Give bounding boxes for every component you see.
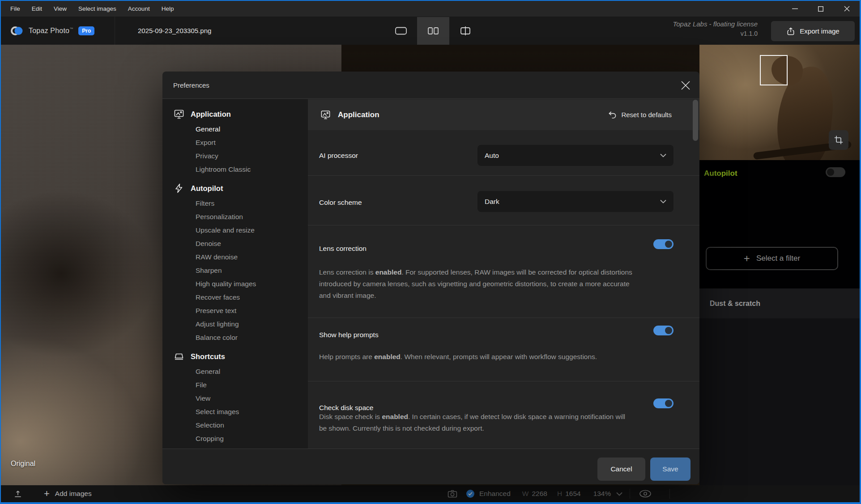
disk-space-toggle[interactable]	[653, 398, 673, 408]
autopilot-toggle[interactable]	[826, 167, 845, 177]
sidebar-item[interactable]: Selection	[162, 419, 308, 432]
dialog-close-button[interactable]	[679, 79, 692, 92]
enhanced-status[interactable]: Enhanced	[479, 490, 511, 498]
export-image-button[interactable]: Export image	[771, 21, 855, 41]
sidebar-item[interactable]: Filters	[162, 197, 308, 210]
menu-item[interactable]: File	[4, 1, 26, 17]
compare-view-icon	[460, 26, 471, 36]
save-button[interactable]: Save	[650, 457, 691, 481]
preferences-dialog: Preferences Application GeneralExportPri…	[162, 72, 699, 484]
reset-to-defaults-button[interactable]: Reset to defaults	[608, 99, 672, 130]
application-icon	[320, 110, 331, 120]
lens-correction-toggle[interactable]	[653, 239, 673, 249]
sidebar-item[interactable]: Cropping	[162, 432, 308, 445]
sidebar-item[interactable]: Preserve text	[162, 304, 308, 318]
window-border	[0, 0, 1, 504]
ai-processor-dropdown[interactable]: Auto	[477, 145, 673, 166]
sidebar-item[interactable]: Upscale and resize	[162, 224, 308, 237]
menu-item[interactable]: Select images	[72, 1, 122, 17]
filter-name: Dust & scratch	[710, 300, 760, 308]
select-filter-button[interactable]: + Select a filter	[706, 247, 838, 270]
navigation-preview[interactable]	[699, 45, 861, 160]
zoom-chevron-icon[interactable]	[616, 492, 622, 496]
cancel-button[interactable]: Cancel	[597, 457, 645, 481]
color-scheme-label: Color scheme	[319, 199, 362, 207]
right-sidebar: Autopilot + Select a filter Dust & scrat…	[699, 45, 861, 485]
filter-item-dust-scratch[interactable]: Dust & scratch	[699, 288, 861, 318]
zoom-level[interactable]: 134%	[593, 490, 611, 498]
sidebar-item[interactable]: General	[162, 123, 308, 136]
crop-icon	[834, 136, 843, 144]
enhanced-check-icon	[466, 490, 474, 498]
preferences-sidebar: Application GeneralExportPrivacyLightroo…	[162, 99, 308, 449]
toolbar-separator	[115, 17, 115, 45]
preview-eye-icon[interactable]	[639, 490, 652, 498]
statusbar-separator	[630, 489, 630, 499]
sidebar-section-shortcuts: Shortcuts GeneralFileViewSelect imagesSe…	[162, 348, 308, 445]
chevron-down-icon	[660, 153, 666, 157]
sidebar-item[interactable]: Personalization	[162, 210, 308, 224]
sidebar-item[interactable]: Recover faces	[162, 291, 308, 304]
add-images-button[interactable]: Add images	[55, 490, 92, 498]
sidebar-header-autopilot[interactable]: Autopilot	[162, 180, 308, 197]
menu-item[interactable]: Help	[156, 1, 180, 17]
sidebar-item[interactable]: View	[162, 392, 308, 405]
menu-item[interactable]: View	[48, 1, 72, 17]
sidebar-item[interactable]: Lightroom Classic	[162, 163, 308, 176]
brand-name: Topaz Photo™	[29, 27, 73, 35]
sidebar-item[interactable]: Denoise	[162, 237, 308, 250]
maximize-button[interactable]	[808, 1, 834, 17]
dialog-scrollbar[interactable]	[693, 100, 698, 141]
minimize-button[interactable]	[782, 1, 808, 17]
view-compare-button[interactable]	[449, 17, 482, 45]
autopilot-label: Autopilot	[704, 169, 737, 178]
sidebar-header-shortcuts[interactable]: Shortcuts	[162, 348, 308, 365]
sidebar-item[interactable]: Privacy	[162, 149, 308, 163]
width-value: 2268	[532, 490, 547, 498]
single-view-icon	[395, 26, 407, 35]
view-split-button[interactable]	[417, 17, 449, 45]
zoom-region-rectangle[interactable]	[760, 55, 788, 85]
menu-bar: File Edit View Select images Account Hel…	[1, 1, 860, 17]
sidebar-item[interactable]: File	[162, 378, 308, 392]
lens-correction-label: Lens correction	[319, 245, 367, 253]
dialog-footer: Cancel Save	[162, 449, 699, 484]
sidebar-item[interactable]: RAW denoise	[162, 250, 308, 264]
ai-processor-label: AI processor	[319, 152, 358, 160]
export-icon	[786, 27, 795, 36]
setting-row-disk-space: Check disk space Disk space check is ena…	[308, 381, 699, 449]
menu-item[interactable]: Account	[122, 1, 156, 17]
sidebar-item[interactable]: Select images	[162, 405, 308, 419]
lens-correction-description: Lens correction is enabled. For supporte…	[319, 267, 632, 301]
setting-row-ai-processor: AI processor Auto	[308, 130, 699, 176]
setting-row-color-scheme: Color scheme Dark	[308, 176, 699, 225]
upload-icon[interactable]	[13, 489, 22, 498]
sidebar-item[interactable]: Sharpen	[162, 264, 308, 277]
sidebar-item[interactable]: Adjust lighting	[162, 318, 308, 331]
two-panel-view-icon	[427, 26, 439, 35]
sidebar-section-autopilot: Autopilot FiltersPersonalizationUpscale …	[162, 180, 308, 344]
window-border	[0, 0, 861, 1]
help-prompts-toggle[interactable]	[653, 326, 673, 335]
application-icon	[174, 109, 184, 119]
app-toolbar: Topaz Photo™ Pro 2025-09-23_203305.png T…	[1, 17, 860, 45]
chevron-down-icon	[660, 199, 666, 203]
pro-badge: Pro	[78, 26, 94, 35]
sidebar-header-application[interactable]: Application	[162, 106, 308, 123]
content-header: Application Reset to defaults	[308, 99, 699, 130]
crop-button[interactable]	[829, 130, 848, 150]
setting-row-lens-correction: Lens correction Lens correction is enabl…	[308, 225, 699, 318]
app-window: Original Autopilot + Select a filter Dus…	[0, 0, 861, 504]
menu-item[interactable]: Edit	[26, 1, 48, 17]
sidebar-item[interactable]: Export	[162, 136, 308, 149]
camera-icon[interactable]	[448, 490, 457, 498]
sidebar-item[interactable]: Balance color	[162, 331, 308, 344]
view-single-button[interactable]	[385, 17, 417, 45]
color-scheme-dropdown[interactable]: Dark	[477, 191, 673, 212]
sidebar-item[interactable]: General	[162, 365, 308, 378]
open-filename: 2025-09-23_203305.png	[138, 17, 211, 45]
sidebar-item[interactable]: High quality images	[162, 277, 308, 291]
dialog-titlebar: Preferences	[162, 72, 699, 99]
close-window-button[interactable]	[834, 1, 860, 17]
minimize-icon	[792, 6, 798, 12]
